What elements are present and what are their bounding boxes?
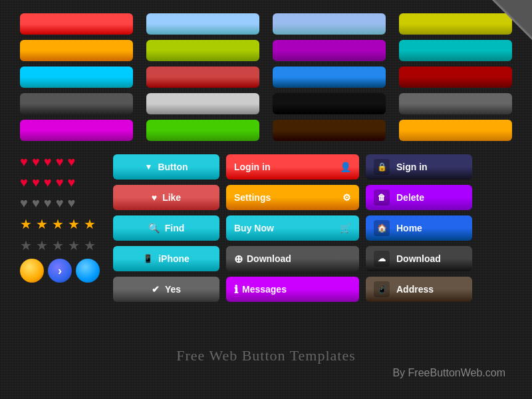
- signin-label: Sign in: [396, 162, 428, 172]
- shapes-row: ›: [20, 259, 106, 283]
- stars-row-gray: ★ ★ ★ ★ ★: [20, 237, 106, 253]
- signin-button[interactable]: 🔒 Sign in: [366, 154, 472, 180]
- delete-button[interactable]: 🗑 Delete: [366, 185, 472, 210]
- button-btn[interactable]: ▼ Button: [113, 154, 219, 180]
- flat-btn-col1-1[interactable]: [20, 13, 133, 35]
- star-gold-5: ★: [84, 216, 96, 232]
- download-button-right[interactable]: ☁ Download: [366, 246, 472, 271]
- login-label: Login in: [234, 162, 270, 172]
- flat-btn-col4-3[interactable]: [399, 66, 512, 88]
- flat-btn-col3-2[interactable]: [273, 40, 386, 61]
- star-gray-1: ★: [20, 237, 32, 253]
- messages-button[interactable]: ℹ Messages: [226, 277, 359, 302]
- footer-url: By FreeButtonWeb.com: [0, 367, 532, 379]
- info-icon: ℹ: [234, 283, 238, 296]
- star-gray-5: ★: [84, 237, 96, 253]
- heart-icon-gray-1: ♥: [20, 196, 28, 211]
- iphone-button[interactable]: 📱 iPhone: [113, 246, 219, 271]
- settings-label: Settings: [234, 192, 271, 203]
- buynow-label: Buy Now: [234, 223, 274, 233]
- home-label: Home: [396, 223, 422, 233]
- search-icon: 🔍: [148, 223, 160, 233]
- flat-btn-col4-5[interactable]: [399, 120, 512, 141]
- find-label: Find: [165, 223, 185, 233]
- heart-icon-5: ♥: [68, 154, 76, 170]
- like-label: Like: [162, 192, 181, 203]
- heart-icon-8: ♥: [44, 175, 52, 190]
- flat-btn-col2-3[interactable]: [146, 66, 259, 88]
- flat-btn-col1-4[interactable]: [20, 93, 133, 114]
- star-gold-3: ★: [52, 216, 64, 232]
- button-label: Button: [158, 162, 188, 172]
- heart-icon-4: ♥: [56, 154, 64, 170]
- hearts-row-red: ♥ ♥ ♥ ♥ ♥: [20, 154, 106, 170]
- flat-btn-col1-3[interactable]: [20, 66, 133, 88]
- address-icon: 📱: [374, 281, 390, 297]
- settings-button[interactable]: Settings ⚙: [226, 185, 359, 210]
- icon-buttons-col2: Login in 👤 Settings ⚙ Buy Now 🛒 ⊕ Downlo…: [226, 154, 359, 302]
- like-button[interactable]: ♥ Like: [113, 185, 219, 210]
- flat-btn-col1-5[interactable]: [20, 120, 133, 141]
- flat-btn-col4-1[interactable]: [399, 13, 512, 35]
- cloud-icon: ☁: [374, 251, 390, 267]
- circle-blue-icon[interactable]: [76, 259, 100, 283]
- heart-icon-gray-5: ♥: [68, 196, 76, 211]
- find-button[interactable]: 🔍 Find: [113, 215, 219, 241]
- star-gray-3: ★: [52, 237, 64, 253]
- footer: Free Web Button Templates By FreeButtonW…: [0, 347, 532, 379]
- flat-btn-col3-3[interactable]: [273, 66, 386, 88]
- flat-buttons-grid: [20, 13, 512, 141]
- heart-icon-2: ♥: [32, 154, 40, 170]
- circle-yellow-icon[interactable]: [20, 259, 44, 283]
- yes-button[interactable]: ✔ Yes: [113, 277, 219, 302]
- check-icon: ✔: [152, 284, 160, 295]
- flat-btn-col2-5[interactable]: [146, 120, 259, 141]
- phone-icon: 📱: [143, 254, 153, 263]
- dropdown-icon: ▼: [145, 162, 153, 172]
- flat-btn-col3-5[interactable]: [273, 120, 386, 141]
- hearts-row-red2: ♥ ♥ ♥ ♥ ♥: [20, 175, 106, 190]
- flat-btn-col4-4[interactable]: [399, 93, 512, 114]
- heart-icon-6: ♥: [20, 175, 28, 190]
- heart-icon-gray-3: ♥: [44, 196, 52, 211]
- flat-btn-col3-1[interactable]: [273, 13, 386, 35]
- login-button[interactable]: Login in 👤: [226, 154, 359, 180]
- heart-icon-10: ♥: [68, 175, 76, 190]
- flat-btn-col2-4[interactable]: [146, 93, 259, 114]
- flat-btn-col2-1[interactable]: [146, 13, 259, 35]
- heart-icon-1: ♥: [20, 154, 28, 170]
- flat-btn-col4-2[interactable]: [399, 40, 512, 61]
- messages-content: ℹ Messages: [234, 283, 287, 296]
- delete-label: Delete: [396, 192, 424, 203]
- star-gray-4: ★: [68, 237, 80, 253]
- star-gold-4: ★: [68, 216, 80, 232]
- buy-now-button[interactable]: Buy Now 🛒: [226, 215, 359, 241]
- address-label: Address: [396, 284, 434, 295]
- flat-btn-col2-2[interactable]: [146, 40, 259, 61]
- download-button-mid[interactable]: ⊕ Download: [226, 246, 359, 271]
- circle-arrow-icon[interactable]: ›: [48, 259, 72, 283]
- star-gold-2: ★: [36, 216, 48, 232]
- iphone-label: iPhone: [158, 253, 190, 264]
- icon-buttons-col3: 🔒 Sign in 🗑 Delete 🏠 Home ☁ Download 📱 A…: [366, 154, 499, 302]
- address-button[interactable]: 📱 Address: [366, 277, 472, 302]
- heart-icon-3: ♥: [44, 154, 52, 170]
- footer-title: Free Web Button Templates: [0, 347, 532, 364]
- flat-btn-col3-4[interactable]: [273, 93, 386, 114]
- heart-icon-7: ♥: [32, 175, 40, 190]
- flat-btn-col1-2[interactable]: [20, 40, 133, 61]
- download-right-label: Download: [396, 253, 441, 264]
- stars-row-gold: ★ ★ ★ ★ ★: [20, 216, 106, 232]
- download-content: ⊕ Download: [234, 253, 291, 265]
- gear-icon: ⚙: [342, 192, 351, 203]
- icons-col: ♥ ♥ ♥ ♥ ♥ ♥ ♥ ♥ ♥ ♥ ♥ ♥ ♥ ♥ ♥: [20, 154, 106, 302]
- icon-buttons-col1: ▼ Button ♥ Like 🔍 Find 📱 iPhone ✔ Yes: [113, 154, 219, 302]
- star-gold-1: ★: [20, 216, 32, 232]
- heart-icon-gray-4: ♥: [56, 196, 64, 211]
- home-button[interactable]: 🏠 Home: [366, 215, 472, 241]
- yes-label: Yes: [165, 284, 181, 295]
- cart-icon: 🛒: [340, 223, 351, 233]
- star-gray-2: ★: [36, 237, 48, 253]
- lock-icon: 🔒: [374, 159, 390, 175]
- trash-icon: 🗑: [374, 190, 390, 205]
